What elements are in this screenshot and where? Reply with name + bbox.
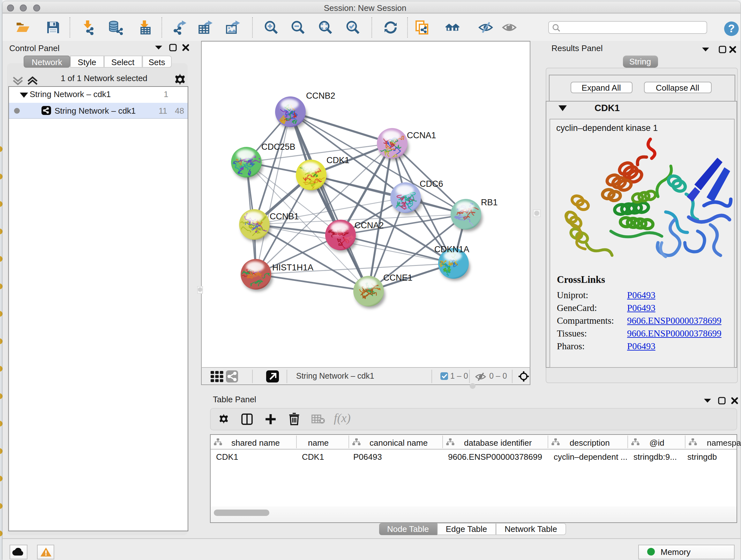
svg-text:RB1: RB1 xyxy=(481,198,498,207)
svg-text:CCNB2: CCNB2 xyxy=(306,91,335,101)
svg-text:CDKN1A: CDKN1A xyxy=(434,245,469,254)
svg-text:CDC6: CDC6 xyxy=(420,179,443,189)
svg-text:CCNB1: CCNB1 xyxy=(270,212,299,221)
svg-text:CDC25B: CDC25B xyxy=(261,142,295,152)
svg-text:HIST1H1A: HIST1H1A xyxy=(272,263,313,272)
svg-text:CCNA2: CCNA2 xyxy=(354,221,384,230)
svg-text:?: ? xyxy=(728,22,735,34)
svg-text:CCNA1: CCNA1 xyxy=(407,131,436,140)
svg-text:CDK1: CDK1 xyxy=(327,155,349,165)
svg-text:CCNE1: CCNE1 xyxy=(383,273,413,283)
